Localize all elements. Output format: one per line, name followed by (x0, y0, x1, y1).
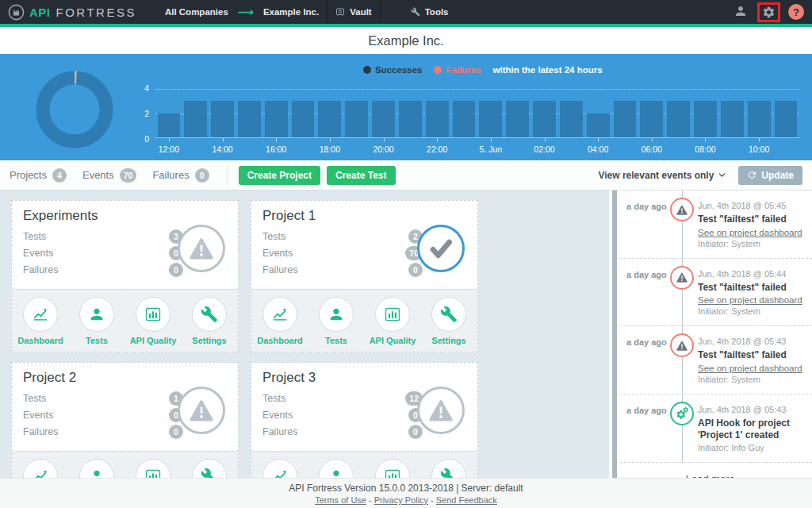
y-axis-label: 4 (144, 83, 149, 93)
legend-failures: Failures (434, 65, 481, 75)
nav-tools[interactable]: Tools (403, 0, 457, 24)
x-axis-label: 10:00 (749, 144, 769, 154)
version-info: API Fortress Version 15.0.0 2013-2018 | … (0, 483, 812, 494)
project-actions: Dashboard Tests API Quality Settings (12, 289, 238, 352)
project-title: Project 1 (262, 208, 466, 224)
events-label: Events (262, 248, 293, 259)
nav-vault[interactable]: Vault (327, 0, 380, 24)
x-axis-label: 18:00 (320, 144, 340, 154)
project-card-header[interactable]: Project 3 Tests12 Events0 Failures0 (251, 363, 477, 451)
create-test-button[interactable]: Create Test (327, 166, 395, 185)
bar-23:00 (453, 101, 476, 137)
failures-count-badge: 0 (169, 425, 183, 439)
bar-05:00 (614, 101, 637, 137)
chevron-down-icon (717, 170, 727, 180)
statistics-banner: Successes Failures within the latest 24 … (0, 54, 812, 160)
dashboard-button[interactable]: Dashboard (16, 459, 65, 478)
bar-03:00 (560, 101, 583, 137)
event-item[interactable]: a day ago Jun, 4th 2018 @ 05:45 Test "fa… (620, 190, 812, 259)
success-failure-bar-chart: 12:0014:0016:0018:0020:0022:005. Jun02:0… (155, 89, 799, 138)
bar-04:00 (587, 114, 610, 138)
main-content: Experiments Tests3 Events0 Failures0 Das… (0, 190, 812, 478)
gear-icon[interactable] (762, 6, 776, 19)
create-project-button[interactable]: Create Project (239, 166, 320, 185)
bar-11:00 (775, 101, 798, 137)
event-title: Test "failtest" failed (698, 349, 807, 362)
project-card-header[interactable]: Experiments Tests3 Events0 Failures0 (12, 201, 238, 289)
event-date: Jun, 4th 2018 @ 05:44 (698, 269, 807, 279)
bar-09:00 (721, 101, 744, 137)
bar-column: 08:00 (692, 89, 719, 137)
x-axis-label: 08:00 (695, 144, 715, 154)
project-card-project-1: Project 1 Tests2 Events70 Failures0 Dash… (251, 200, 478, 352)
dashboard-button[interactable]: Dashboard (255, 297, 304, 345)
x-axis-tick (169, 138, 170, 141)
warning-event-icon (670, 198, 694, 221)
help-button[interactable]: ? (788, 4, 804, 20)
nav-all-companies[interactable]: All Companies (157, 0, 236, 24)
project-card-header[interactable]: Project 2 Tests1 Events0 Failures0 (12, 363, 238, 451)
bar-column: 18:00 (316, 89, 343, 137)
event-item[interactable]: a day ago Jun, 4th 2018 @ 05:44 Test "fa… (620, 259, 812, 327)
terms-of-use-link[interactable]: Terms of Use (315, 495, 366, 505)
event-dashboard-link[interactable]: See on project dashboard (698, 228, 807, 237)
line-chart-icon (271, 306, 289, 323)
project-title: Project 3 (262, 370, 466, 386)
dashboard-button[interactable]: Dashboard (255, 459, 304, 478)
tests-label: Tests (23, 231, 46, 242)
dashboard-button[interactable]: Dashboard (16, 297, 65, 345)
bar-01:00 (506, 101, 529, 137)
event-dashboard-link[interactable]: See on project dashboard (698, 295, 807, 305)
bar-column: 16:00 (262, 89, 289, 137)
bar-column (236, 89, 262, 137)
x-axis-tick (491, 138, 492, 141)
bar-06:00 (640, 101, 663, 137)
update-button[interactable]: Update (738, 166, 802, 185)
tests-label: Tests (262, 231, 285, 242)
failures-count-badge: 0 (408, 263, 423, 277)
successes-dot-icon (363, 66, 371, 74)
events-filter-dropdown[interactable]: View relevant events only (598, 170, 727, 181)
user-icon[interactable] (733, 4, 749, 20)
settings-button[interactable]: Settings (185, 459, 234, 478)
api-quality-button[interactable]: API Quality (368, 297, 417, 345)
api-quality-button[interactable]: API Quality (128, 297, 178, 345)
load-more-button[interactable]: Load more ... (620, 463, 812, 478)
bar-14:00 (211, 101, 234, 137)
wrench-icon (411, 7, 420, 17)
events-count-badge: 70 (120, 168, 137, 183)
apifortress-logo[interactable]: APIFORTRESS (8, 4, 136, 21)
arrow-right-icon: ⟶ (236, 6, 255, 18)
send-feedback-link[interactable]: Send Feedback (436, 495, 497, 505)
project-card-header[interactable]: Project 1 Tests2 Events70 Failures0 (251, 201, 477, 289)
event-time-ago: a day ago (626, 270, 667, 279)
api-quality-button[interactable]: API Quality (368, 459, 417, 478)
settings-button[interactable]: Settings (424, 459, 473, 478)
tests-button[interactable]: Tests (72, 297, 121, 345)
tests-button[interactable]: Tests (72, 459, 121, 478)
event-item[interactable]: a day ago Jun, 4th 2018 @ 05:43 API Hook… (620, 394, 812, 463)
event-dashboard-link[interactable]: See on project dashboard (698, 364, 807, 373)
footer-links: Terms of Use-Privacy Policy-Send Feedbac… (0, 495, 812, 505)
event-item[interactable]: a day ago Jun, 4th 2018 @ 05:43 Test "fa… (620, 326, 812, 394)
tests-button[interactable]: Tests (312, 459, 361, 478)
settings-button[interactable]: Settings (424, 297, 473, 345)
update-label: Update (761, 170, 794, 181)
tests-button[interactable]: Tests (312, 297, 361, 345)
failures-stat-label: Failures (152, 169, 189, 181)
bar-column: 14:00 (209, 89, 236, 137)
warning-event-icon (670, 266, 694, 290)
event-time-ago: a day ago (626, 406, 667, 415)
event-title: Test "failtest" failed (698, 214, 807, 226)
x-axis-label: 5. Jun (480, 144, 503, 154)
settings-button[interactable]: Settings (185, 297, 234, 345)
nav-current-company[interactable]: Example Inc. (255, 0, 327, 24)
privacy-policy-link[interactable]: Privacy Policy (374, 495, 428, 505)
api-quality-button[interactable]: API Quality (128, 459, 178, 478)
bar-21:00 (399, 101, 422, 137)
bar-chart-icon (144, 306, 162, 323)
bar-column: 22:00 (423, 89, 450, 137)
projects-toolbar: Projects 4 Events 70 Failures 0 Create P… (0, 160, 812, 190)
projects-count-badge: 4 (52, 168, 67, 183)
bar-column: 04:00 (584, 89, 611, 137)
